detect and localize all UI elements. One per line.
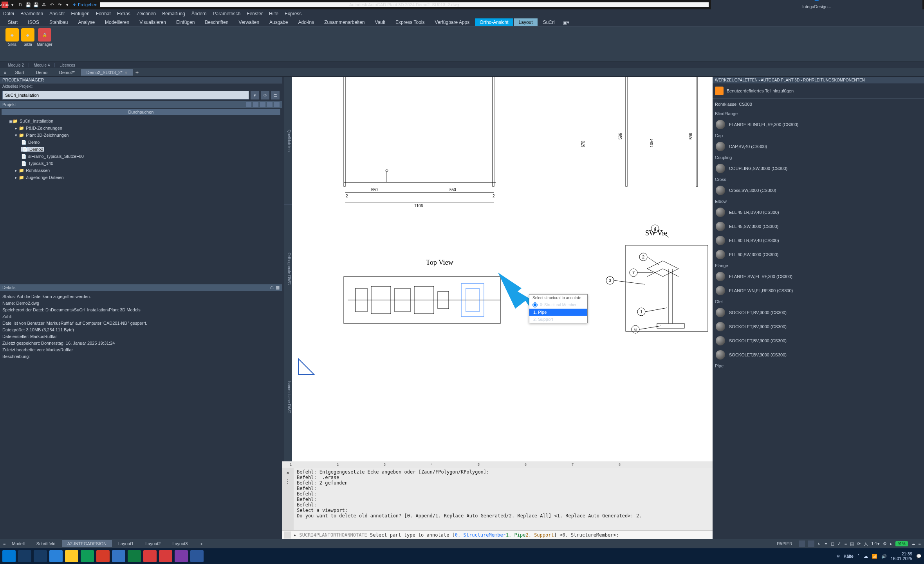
ribbon-sikla2-button[interactable]: ◆ Sikla xyxy=(21,28,34,47)
taskbar-app[interactable] xyxy=(190,550,204,562)
ribtab-modellieren[interactable]: Modellieren xyxy=(100,18,134,26)
layout-tab-layout2[interactable]: Layout2 xyxy=(140,540,166,547)
current-project-combo[interactable] xyxy=(2,91,249,99)
menu-bearbeiten[interactable]: Bearbeiten xyxy=(20,11,43,16)
status-ortho-icon[interactable]: ⊾ xyxy=(818,541,821,546)
qat-more-icon[interactable]: ▾ xyxy=(64,2,70,8)
status-paper[interactable]: PAPIER xyxy=(777,541,792,546)
ribtab-beschriften[interactable]: Beschriften xyxy=(200,18,233,26)
taskbar-app[interactable] xyxy=(112,550,125,562)
project-refresh-icon[interactable]: ⟳ xyxy=(261,91,269,99)
palette-item[interactable]: ELL 45 LR,BV,40 (CS300) xyxy=(713,205,924,219)
menu-extras[interactable]: Extras xyxy=(117,11,130,16)
palette-item[interactable]: FLANGE WN,FL,RF,300 (CS300) xyxy=(713,284,924,298)
popup-option-pipe[interactable]: 1. Pipe xyxy=(529,309,587,316)
tray-network-icon[interactable]: 📶 xyxy=(872,554,877,559)
ribtab-sucri[interactable]: SuCri xyxy=(538,18,559,26)
cmdwin-handle-icon[interactable]: ⋮ xyxy=(285,479,290,484)
ribtab-einfuegen[interactable]: Einfügen xyxy=(171,18,199,26)
ribtab-overflow[interactable]: ▣▾ xyxy=(560,18,572,26)
menu-hilfe[interactable]: Hilfe xyxy=(269,11,278,16)
ribtab-express[interactable]: Express Tools xyxy=(391,18,429,26)
ribtab-ortho[interactable]: Ortho-Ansicht xyxy=(475,18,513,26)
filetab-menu-icon[interactable]: ≡ xyxy=(2,70,9,75)
project-toolbar-icon[interactable] xyxy=(246,102,251,107)
status-cloud-icon[interactable]: ☁ xyxy=(911,541,915,546)
project-search-button[interactable]: Durchsuchen xyxy=(2,109,280,115)
project-toolbar-icon[interactable] xyxy=(267,102,273,107)
menu-fenster[interactable]: Fenster xyxy=(247,11,263,16)
qat-plot-icon[interactable]: 🖶 xyxy=(41,2,47,8)
share-button[interactable]: ✈ Freigeben xyxy=(73,2,97,7)
qat-undo-icon[interactable]: ↶ xyxy=(49,2,55,8)
layout-tab-add[interactable]: ＋ xyxy=(194,540,209,548)
ribtab-addins[interactable]: Add-ins xyxy=(293,18,319,26)
layouttabs-menu-icon[interactable]: ≡ xyxy=(3,541,5,546)
details-toolbar-icon[interactable]: 🗀 xyxy=(270,285,274,290)
filetab-demo2[interactable]: Demo2* xyxy=(54,69,80,76)
menu-einfuegen[interactable]: Einfügen xyxy=(71,11,89,16)
layout-tab-a2[interactable]: A2-INTEGADESIGN xyxy=(62,540,112,547)
canvas-side-tabs[interactable]: Quelldateien Orthogonale DWG Isometrisch… xyxy=(284,77,292,461)
ribtab-vault[interactable]: Vault xyxy=(370,18,390,26)
qat-new-icon[interactable]: ▾ xyxy=(9,2,16,8)
layout-tab-layout1[interactable]: Layout1 xyxy=(113,540,139,547)
status-scale-label[interactable]: 1:1▾ xyxy=(871,541,879,546)
ribtab-isos[interactable]: ISOS xyxy=(23,18,44,26)
menu-ansicht[interactable]: Ansicht xyxy=(49,11,65,16)
taskbar-app[interactable] xyxy=(96,550,110,562)
menu-bemassung[interactable]: Bemaßung xyxy=(162,11,185,16)
status-cycling-icon[interactable]: ⟳ xyxy=(857,541,861,546)
palette-item[interactable]: SOCKOLET,BV,3000 (CS300) xyxy=(713,306,924,320)
project-open-icon[interactable]: 🗀 xyxy=(271,91,280,99)
project-toolbar-icon[interactable] xyxy=(274,102,280,107)
ribtab-apps[interactable]: Verfügbare Apps xyxy=(430,18,475,26)
popup-radio[interactable] xyxy=(532,302,538,307)
tree-file[interactable]: Demo xyxy=(21,140,40,145)
ribtab-verwalten[interactable]: Verwalten xyxy=(234,18,264,26)
project-toolbar-icon[interactable] xyxy=(260,102,265,107)
ribbon-group-module4[interactable]: Module 4 xyxy=(29,63,55,67)
palette-item[interactable]: SOCKOLET,BV,3000 (CS300) xyxy=(713,334,924,348)
status-annoscale-icon[interactable]: 人 xyxy=(864,541,868,547)
drawing-canvas[interactable]: Quelldateien Orthogonale DWG Isometrisch… xyxy=(282,77,713,461)
qat-saveas-icon[interactable]: 💾 xyxy=(33,2,39,8)
ribbon-group-module2[interactable]: Module 2 xyxy=(3,63,29,67)
app-menu-button[interactable]: A·P3D xyxy=(2,2,8,8)
menu-datei[interactable]: Datei xyxy=(3,11,14,16)
tree-file-selected[interactable]: Demo2 xyxy=(21,147,44,152)
tray-chevron-icon[interactable]: ˄ xyxy=(857,554,860,559)
filetab-start[interactable]: Start xyxy=(9,69,29,76)
tree-file[interactable]: siFramo_Typicals_StützeF80 xyxy=(21,154,84,159)
ribbon-manager-button[interactable]: 🔒 Manager xyxy=(37,28,52,47)
menu-parametrisch[interactable]: Parametrisch xyxy=(213,11,241,16)
status-transparency-icon[interactable]: ▤ xyxy=(850,541,854,546)
qat-save-icon[interactable]: 💾 xyxy=(25,2,31,8)
user-icon[interactable]: 👤 xyxy=(814,0,819,1)
taskbar-search-icon[interactable] xyxy=(18,550,31,562)
status-plus-icon[interactable]: ▸ xyxy=(890,541,892,546)
menu-express[interactable]: Express xyxy=(285,11,301,16)
ribtab-visualisieren[interactable]: Visualisieren xyxy=(135,18,171,26)
status-otrack-icon[interactable]: ∠ xyxy=(837,541,841,546)
palette-item[interactable]: SOCKOLET,BV,3000 (CS300) xyxy=(713,348,924,362)
palette-item[interactable]: FLANGE SW,FL,RF,300 (CS300) xyxy=(713,269,924,284)
tray-weather-label[interactable]: Kälte xyxy=(844,554,854,559)
menu-format[interactable]: Format xyxy=(96,11,111,16)
qat-redo-icon[interactable]: ↷ xyxy=(56,2,63,8)
status-customize-icon[interactable]: ≡ xyxy=(919,541,921,546)
ribtab-layout[interactable]: Layout xyxy=(514,18,538,26)
tree-file[interactable]: Typicals_140 xyxy=(21,161,53,166)
palette-item[interactable]: SOCKOLET,BV,3000 (CS300) xyxy=(713,320,924,334)
filetab-demo[interactable]: Demo xyxy=(31,69,53,76)
layout-tab-modell[interactable]: Modell xyxy=(6,540,30,547)
palette-item[interactable]: FLANGE BLIND,FL,RF,300 (CS300) xyxy=(713,118,924,132)
command-log[interactable]: Befehl: Entgegengesetzte Ecke angeben od… xyxy=(294,468,713,530)
status-percent[interactable]: 91% xyxy=(895,541,908,546)
ribtab-start[interactable]: Start xyxy=(3,18,22,26)
ribtab-stahlbau[interactable]: Stahlbau xyxy=(45,18,72,26)
layout-tab-layout3[interactable]: Layout3 xyxy=(167,540,193,547)
status-gear-icon[interactable]: ⚙ xyxy=(883,541,887,546)
details-toolbar-icon[interactable]: ▦ xyxy=(276,285,280,290)
status-osnap-icon[interactable]: ◻ xyxy=(831,541,834,546)
